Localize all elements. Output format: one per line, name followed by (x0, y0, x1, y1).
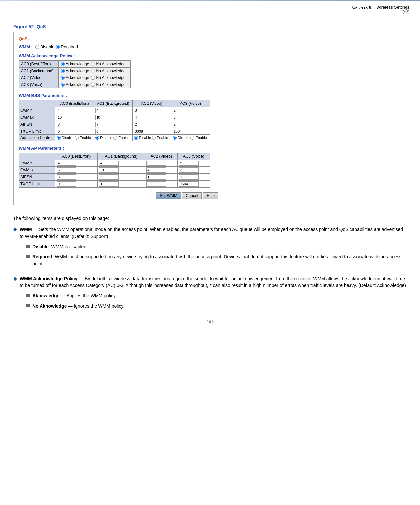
ap-input-3-0[interactable] (57, 181, 76, 187)
bss-input-1-3[interactable] (173, 115, 192, 120)
ap-input-1-0[interactable] (57, 167, 76, 173)
bss-cell-1-3[interactable] (171, 114, 210, 121)
ack-radio-0-0[interactable]: Acknowledge (61, 62, 89, 66)
bss-input-3-1[interactable] (95, 129, 115, 134)
ack-radio-input-1-0[interactable] (61, 69, 65, 73)
bss-input-2-0[interactable] (57, 122, 76, 127)
ack-radio-2-0[interactable]: Acknowledge (61, 75, 89, 80)
ap-cell-0-3[interactable] (178, 160, 210, 167)
ack-radio-input-0-1[interactable] (91, 62, 95, 66)
wmm-disable-radio[interactable] (35, 45, 39, 49)
admission-radio-3-0[interactable] (173, 136, 177, 140)
ap-input-2-1[interactable] (99, 174, 119, 180)
wmm-disable-option[interactable]: Disable (35, 45, 54, 49)
ap-cell-1-2[interactable] (145, 167, 178, 174)
ap-input-1-2[interactable] (146, 167, 166, 173)
ap-cell-3-1[interactable] (98, 181, 145, 188)
cancel-button[interactable]: Cancel (182, 192, 202, 199)
bss-row-0: CwMin (19, 107, 210, 114)
bss-cell-2-0[interactable] (55, 121, 94, 128)
ack-radio-input-2-1[interactable] (91, 76, 95, 80)
ap-cell-2-0[interactable] (55, 174, 98, 181)
admission-radio-1-0[interactable] (95, 136, 99, 140)
bss-input-3-2[interactable] (134, 129, 154, 134)
ap-input-2-0[interactable] (57, 174, 76, 180)
bss-cell-2-1[interactable] (94, 121, 132, 128)
admission-radio-1-1[interactable] (113, 136, 117, 140)
ap-cell-3-3[interactable] (178, 181, 210, 188)
ap-cell-1-0[interactable] (55, 167, 98, 174)
bss-cell-2-2[interactable] (132, 121, 171, 128)
ack-radio-input-2-0[interactable] (61, 76, 65, 80)
bss-cell-3-1[interactable] (94, 128, 132, 135)
ack-radio-1-1[interactable]: No Acknowledge (91, 69, 125, 73)
ap-cell-2-3[interactable] (178, 174, 210, 181)
bss-input-1-1[interactable] (95, 115, 115, 120)
set-wmm-button[interactable]: Set WMM (156, 192, 181, 199)
bss-cell-3-2[interactable] (132, 128, 171, 135)
ack-radio-3-0[interactable]: Acknowledge (61, 82, 89, 87)
admission-radio-2-1[interactable] (152, 136, 156, 140)
bss-cell-0-1[interactable] (94, 107, 132, 114)
bss-cell-0-0[interactable] (55, 107, 94, 114)
ack-radio-3-1[interactable]: No Acknowledge (91, 82, 125, 87)
ap-cell-1-1[interactable] (98, 167, 145, 174)
ack-radio-2-1[interactable]: No Acknowledge (91, 75, 125, 80)
ap-input-3-1[interactable] (99, 181, 119, 187)
bss-cell-3-0[interactable] (55, 128, 94, 135)
bss-cell-0-2[interactable] (132, 107, 171, 114)
bss-cell-1-1[interactable] (94, 114, 132, 121)
admission-radio-0-0[interactable] (57, 136, 61, 140)
ap-input-2-3[interactable] (179, 174, 199, 180)
admission-radio-2-0[interactable] (134, 136, 138, 140)
ap-input-1-3[interactable] (179, 167, 199, 173)
bss-input-0-3[interactable] (173, 108, 192, 113)
ack-options-3: AcknowledgeNo Acknowledge (59, 81, 131, 88)
bss-cell-0-3[interactable] (171, 107, 210, 114)
bss-input-1-0[interactable] (57, 115, 76, 120)
ap-input-2-2[interactable] (146, 174, 166, 180)
help-button[interactable]: Help (203, 192, 218, 199)
admission-radio-3-1[interactable] (190, 136, 194, 140)
ack-radio-0-1[interactable]: No Acknowledge (91, 62, 125, 66)
ap-input-0-1[interactable] (99, 161, 119, 166)
ap-cell-3-2[interactable] (145, 181, 178, 188)
ap-cell-2-2[interactable] (145, 174, 178, 181)
ack-radio-1-0[interactable]: Acknowledge (61, 69, 89, 73)
ap-input-0-3[interactable] (179, 161, 199, 166)
ap-cell-0-0[interactable] (55, 160, 98, 167)
ap-row-label-3: TXOP Limit (19, 181, 55, 188)
ap-input-0-2[interactable] (146, 161, 166, 166)
bss-cell-1-0[interactable] (55, 114, 94, 121)
bss-input-0-2[interactable] (134, 108, 154, 113)
bss-input-3-0[interactable] (57, 129, 76, 134)
bss-input-0-0[interactable] (57, 108, 76, 113)
bss-input-3-3[interactable] (173, 129, 192, 134)
bss-input-1-2[interactable] (134, 115, 154, 120)
ack-radio-input-1-1[interactable] (91, 69, 95, 73)
ap-cell-3-0[interactable] (55, 181, 98, 188)
bss-cell-1-2[interactable] (132, 114, 171, 121)
ap-cell-1-3[interactable] (178, 167, 210, 174)
ack-radio-input-3-1[interactable] (91, 83, 95, 87)
ap-input-1-1[interactable] (99, 167, 119, 173)
ack-radio-input-3-0[interactable] (61, 83, 65, 87)
ack-options-1: AcknowledgeNo Acknowledge (59, 68, 131, 74)
bss-cell-3-3[interactable] (171, 128, 210, 135)
bss-input-2-1[interactable] (95, 122, 115, 127)
bss-input-2-2[interactable] (134, 122, 154, 127)
ap-input-3-3[interactable] (179, 181, 199, 187)
ap-cell-2-1[interactable] (98, 174, 145, 181)
ack-row-3: AC3 (Voice)AcknowledgeNo Acknowledge (19, 81, 131, 88)
ap-cell-0-1[interactable] (98, 160, 145, 167)
admission-radio-0-1[interactable] (75, 136, 79, 140)
bss-input-2-3[interactable] (173, 122, 192, 127)
wmm-required-radio[interactable] (56, 45, 60, 49)
wmm-required-option[interactable]: Required (56, 45, 78, 49)
ap-input-0-0[interactable] (57, 161, 76, 166)
bss-input-0-1[interactable] (95, 108, 115, 113)
ack-radio-input-0-0[interactable] (61, 62, 65, 66)
ap-input-3-2[interactable] (146, 181, 166, 187)
bss-cell-2-3[interactable] (171, 121, 210, 128)
ap-cell-0-2[interactable] (145, 160, 178, 167)
